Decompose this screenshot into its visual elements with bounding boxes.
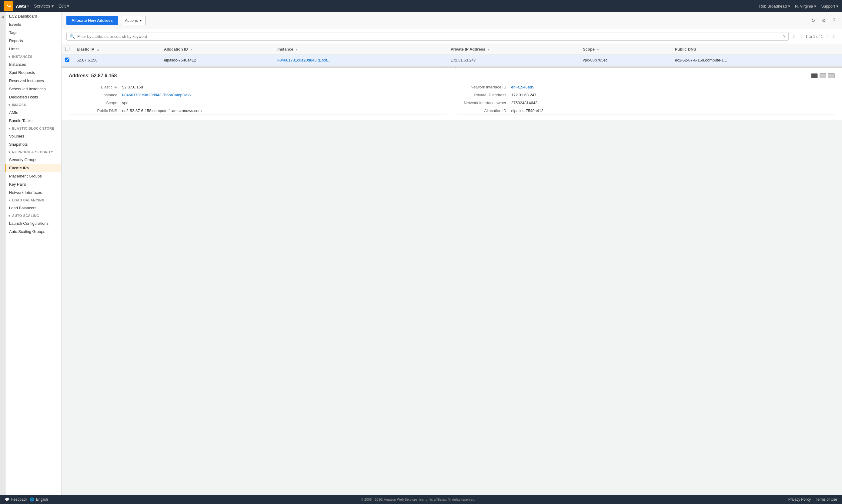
instances-section-label: Instances [12, 55, 32, 58]
pagination-prev-btn[interactable]: ⟨ [799, 33, 804, 39]
sidebar-item-bundle-tasks[interactable]: Bundle Tasks [5, 116, 61, 125]
instance-header[interactable]: Instance ▾ [274, 44, 447, 55]
sidebar-item-reports[interactable]: Reports [5, 37, 61, 45]
actions-chevron-icon: ▾ [140, 18, 142, 23]
bottom-bar: 💬 Feedback 🌐 English © 2008 - 2016, Amaz… [0, 495, 842, 504]
privacy-policy-link[interactable]: Privacy Policy [788, 497, 811, 502]
elastic-ip-sort-icon: ▲ [97, 48, 100, 51]
detail-view-icon-2[interactable] [820, 73, 826, 78]
sidebar-toggle-btn[interactable]: ◀ [0, 12, 5, 495]
allocate-new-address-button[interactable]: Allocate New Address [66, 16, 118, 25]
help-button[interactable]: ? [831, 17, 837, 24]
region-chevron-icon: ▾ [814, 4, 816, 8]
sidebar-item-load-balancers[interactable]: Load Balancers [5, 204, 61, 212]
ebs-section-label: Elastic Block Store [12, 127, 54, 130]
instances-collapse-icon: ▼ [8, 55, 11, 58]
feedback-button[interactable]: 💬 Feedback [5, 497, 27, 502]
allocation-id-header[interactable]: Allocation ID ▾ [160, 44, 274, 55]
elastic-ip-table: Elastic IP ▲ Allocation ID ▾ Instance ▾ [62, 44, 842, 66]
public-dns-header[interactable]: Public DNS [671, 44, 842, 55]
top-navigation: AWS ▾ Services ▾ Edit ▾ Rob Broadhead ▾ … [0, 0, 842, 12]
sidebar-item-limits[interactable]: Limits [5, 45, 61, 53]
sidebar-item-tags[interactable]: Tags [5, 29, 61, 37]
sidebar-item-network-interfaces[interactable]: Network Interfaces [5, 188, 61, 197]
detail-row-allocation-id: Allocation ID eipalloc-7540a412 [458, 107, 835, 115]
row-allocation-id: eipalloc-7540a412 [160, 55, 274, 66]
settings-button[interactable]: ⚙ [820, 16, 828, 24]
select-all-checkbox[interactable] [65, 47, 69, 51]
detail-row-instance: Instance i-04661701c0a20d843 (BootCampDe… [69, 91, 446, 99]
sidebar-item-launch-configurations[interactable]: Launch Configurations [5, 219, 61, 228]
sidebar-item-ec2-dashboard[interactable]: EC2 Dashboard [5, 12, 61, 20]
detail-view-icon-3[interactable] [828, 73, 835, 78]
network-section-label: Network & Security [12, 150, 53, 154]
edit-menu[interactable]: Edit ▾ [58, 4, 69, 8]
pagination-text: 1 to 1 of 1 [805, 34, 823, 39]
sidebar-item-reserved-instances[interactable]: Reserved Instances [5, 77, 61, 85]
load-balancing-section-header[interactable]: ▼ Load Balancing [5, 197, 61, 204]
pagination-next-btn[interactable]: ⟩ [825, 33, 829, 39]
lb-section-label: Load Balancing [12, 198, 45, 202]
search-help-icon[interactable]: ? [783, 34, 785, 39]
ebs-collapse-icon: ▼ [8, 127, 11, 130]
instances-section-header[interactable]: ▼ Instances [5, 53, 61, 60]
autoscaling-collapse-icon: ▼ [8, 214, 11, 217]
sidebar-item-placement-groups[interactable]: Placement Groups [5, 172, 61, 180]
elastic-ip-header[interactable]: Elastic IP ▲ [73, 44, 160, 55]
sidebar-item-amis[interactable]: AMIs [5, 108, 61, 116]
detail-view-icons [811, 73, 835, 78]
network-collapse-icon: ▼ [8, 150, 11, 154]
images-section-header[interactable]: ▼ Images [5, 101, 61, 108]
sidebar-item-elastic-ips[interactable]: Elastic IPs [5, 164, 61, 172]
select-all-header[interactable] [62, 44, 73, 55]
detail-view-icon-1[interactable] [811, 73, 818, 78]
detail-header: Address: 52.87.6.158 [69, 73, 835, 78]
row-checkbox-cell[interactable] [62, 55, 73, 66]
sidebar-item-spot-requests[interactable]: Spot Requests [5, 69, 61, 77]
user-menu[interactable]: Rob Broadhead ▾ [759, 4, 790, 8]
row-public-dns: ec2-52-87-6-158.compute-1... [671, 55, 842, 66]
table-row[interactable]: 52.87.6.158 eipalloc-7540a412 i-04661701… [62, 55, 842, 66]
user-chevron-icon: ▾ [788, 4, 790, 8]
network-section-header[interactable]: ▼ Network & Security [5, 148, 61, 156]
sidebar-item-scheduled-instances[interactable]: Scheduled Instances [5, 85, 61, 93]
instance-sort-icon: ▾ [296, 48, 297, 51]
pagination-first-btn[interactable]: ⟨⟨ [791, 33, 797, 39]
private-ip-header[interactable]: Private IP Address ▾ [447, 44, 579, 55]
private-ip-sort-icon: ▾ [488, 48, 490, 51]
globe-icon: 🌐 [30, 497, 34, 502]
sidebar-item-snapshots[interactable]: Snapshots [5, 140, 61, 148]
aws-chevron-icon: ▾ [27, 4, 29, 8]
bottom-bar-right: Privacy Policy Terms of Use [788, 497, 837, 502]
search-bar: 🔍 ? ⟨⟨ ⟨ 1 to 1 of 1 ⟩ ⟩⟩ [62, 29, 842, 44]
row-instance[interactable]: i-04661701c0a20d843 (Boot... [274, 55, 447, 66]
detail-row-elastic-ip: Elastic IP 52.87.6.158 [69, 83, 446, 91]
search-input[interactable] [77, 34, 780, 39]
sidebar-item-security-groups[interactable]: Security Groups [5, 156, 61, 164]
copyright-text: © 2008 - 2016, Amazon Web Services, Inc.… [53, 498, 784, 501]
autoscaling-section-label: Auto Scaling [12, 214, 39, 217]
scope-header[interactable]: Scope ▾ [579, 44, 671, 55]
refresh-button[interactable]: ↻ [809, 16, 817, 24]
actions-button[interactable]: Actions ▾ [121, 16, 146, 25]
autoscaling-section-header[interactable]: ▼ Auto Scaling [5, 212, 61, 219]
sidebar-item-instances[interactable]: Instances [5, 60, 61, 69]
ebs-section-header[interactable]: ▼ Elastic Block Store [5, 125, 61, 132]
sidebar-item-events[interactable]: Events [5, 20, 61, 29]
pagination-last-btn[interactable]: ⟩⟩ [831, 33, 837, 39]
region-menu[interactable]: N. Virginia ▾ [795, 4, 817, 8]
bottom-bar-left: 💬 Feedback 🌐 English [5, 497, 48, 502]
sidebar-item-dedicated-hosts[interactable]: Dedicated Hosts [5, 93, 61, 101]
services-chevron-icon: ▾ [52, 4, 54, 8]
terms-of-use-link[interactable]: Terms of Use [815, 497, 837, 502]
sidebar-item-key-pairs[interactable]: Key Pairs [5, 180, 61, 188]
language-button[interactable]: 🌐 English [30, 497, 48, 502]
support-menu[interactable]: Support ▾ [821, 4, 838, 8]
feedback-icon: 💬 [5, 497, 10, 502]
services-menu[interactable]: Services ▾ [34, 4, 54, 8]
row-checkbox[interactable] [65, 57, 69, 62]
detail-right-column: Network interface ID eni-f1546ad5 Privat… [458, 83, 835, 115]
sidebar-item-auto-scaling-groups[interactable]: Auto Scaling Groups [5, 228, 61, 236]
sidebar-item-volumes[interactable]: Volumes [5, 132, 61, 140]
detail-row-private-ip-address: Private IP address 172.31.63.247 [458, 91, 835, 99]
